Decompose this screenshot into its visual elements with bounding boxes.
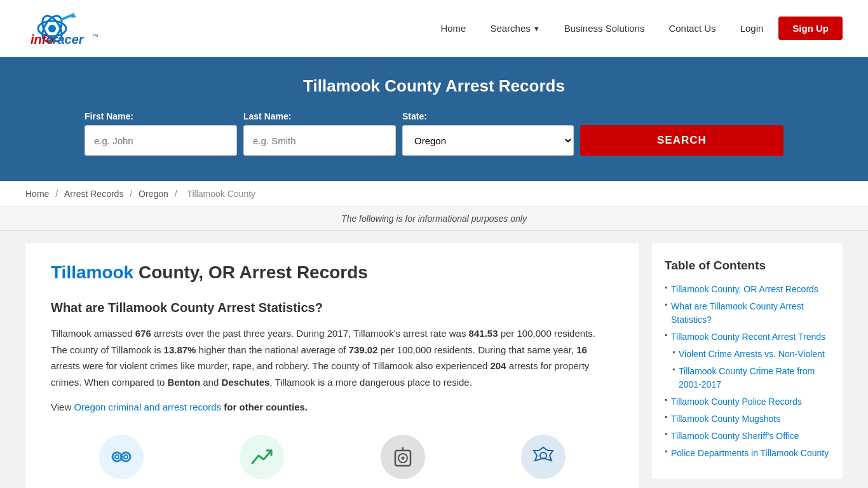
svg-point-16 — [401, 456, 404, 459]
toc-item-1[interactable]: What are Tillamook County Arrest Statist… — [671, 301, 804, 325]
rate-num: 841.53 — [469, 328, 498, 339]
oregon-records-link[interactable]: Oregon criminal and arrest records — [74, 402, 221, 412]
icon-item-scroll — [381, 435, 425, 479]
nav-home[interactable]: Home — [431, 18, 475, 39]
lastname-label: Last Name: — [243, 111, 396, 121]
toc-item-5[interactable]: Tillamook County Police Records — [671, 396, 802, 407]
main-content: Tillamook County, OR Arrest Records What… — [0, 231, 868, 488]
national-num: 739.02 — [349, 344, 378, 355]
body-mid1: arrests over the past three years. Durin… — [151, 328, 469, 339]
svg-point-3 — [48, 25, 56, 32]
body-pre: Tillamook amassed — [51, 328, 135, 339]
main-nav: Home Searches ▼ Business Solutions Conta… — [431, 17, 843, 40]
breadcrumb-arrest-records[interactable]: Arrest Records — [64, 189, 123, 199]
handcuffs-icon — [99, 435, 144, 479]
link-pre: View — [51, 402, 74, 412]
search-button[interactable]: SEARCH — [580, 125, 783, 156]
toc-list-item-6: Tillamook County Mugshots — [665, 412, 830, 426]
pct-num: 13.87% — [164, 344, 196, 355]
body-mid4: per 100,000 residents. During that same … — [378, 344, 577, 355]
firstname-group: First Name: — [85, 111, 237, 156]
icon-item-handcuffs — [99, 435, 144, 479]
toc-list-item-4: Tillamook County Crime Rate from 2001-20… — [665, 365, 830, 391]
svg-point-9 — [112, 452, 121, 461]
body-end: , Tillamook is a more dangerous place to… — [269, 377, 472, 388]
icon-item-trend — [240, 435, 284, 479]
nav-searches[interactable]: Searches ▼ — [481, 18, 548, 39]
breadcrumb-oregon[interactable]: Oregon — [139, 189, 168, 199]
hero-title: Tillamook County Arrest Records — [25, 76, 843, 96]
svg-point-11 — [115, 455, 119, 459]
breadcrumb-sep-2: / — [130, 189, 135, 199]
state-label: State: — [402, 111, 574, 121]
toc-item-6[interactable]: Tillamook County Mugshots — [671, 414, 780, 424]
article-title-highlight: Tillamook — [51, 262, 133, 282]
icon-item-badge — [521, 435, 566, 479]
lastname-input[interactable] — [243, 125, 396, 156]
toc-item-4[interactable]: Tillamook County Crime Rate from 2001-20… — [679, 366, 815, 390]
state-select[interactable]: Oregon Alabama Alaska California Colorad… — [402, 125, 574, 156]
nav-business-solutions[interactable]: Business Solutions — [555, 18, 654, 39]
scroll-icon — [381, 435, 425, 479]
toc-item-0[interactable]: Tillamook County, OR Arrest Records — [671, 284, 818, 294]
breadcrumb-county: Tillamook County — [187, 189, 255, 199]
breadcrumb: Home / Arrest Records / Oregon / Tillamo… — [0, 181, 868, 207]
toc-item-7[interactable]: Tillamook County Sheriff's Office — [671, 431, 799, 441]
nav-contact-us[interactable]: Contact Us — [660, 18, 724, 39]
breadcrumb-sep-3: / — [175, 189, 180, 199]
svg-text:™: ™ — [92, 32, 98, 40]
sidebar-toc: Table of Contents Tillamook County, OR A… — [652, 243, 843, 479]
toc-list-item-3: Violent Crime Arrests vs. Non-Violent — [665, 348, 830, 361]
breadcrumb-home[interactable]: Home — [25, 189, 49, 199]
icons-row — [51, 428, 614, 479]
article-section: Tillamook County, OR Arrest Records What… — [25, 243, 639, 488]
toc-list-item-7: Tillamook County Sheriff's Office — [665, 430, 830, 443]
link-post: for other counties. — [221, 402, 308, 412]
state-group: State: Oregon Alabama Alaska California … — [402, 111, 574, 156]
firstname-label: First Name: — [85, 111, 237, 121]
toc-title: Table of Contents — [665, 259, 830, 273]
disclaimer-text: The following is for informational purpo… — [341, 214, 527, 224]
toc-item-8[interactable]: Police Departments in Tillamook County — [671, 448, 829, 458]
searches-chevron-icon: ▼ — [533, 25, 540, 32]
body-mid5: arrests were for violent crimes like mur… — [51, 360, 490, 371]
stats-heading: What are Tillamook County Arrest Statist… — [51, 301, 614, 315]
trend-icon — [240, 435, 284, 479]
article-body: What are Tillamook County Arrest Statist… — [51, 301, 614, 416]
county2: Deschutes — [221, 377, 269, 388]
toc-list: Tillamook County, OR Arrest RecordsWhat … — [665, 283, 830, 460]
logo-svg: info tracer ™ — [25, 10, 133, 48]
county1: Benton — [167, 377, 200, 388]
property-num: 204 — [490, 360, 506, 371]
body-mid3: higher than the national average of — [196, 344, 348, 355]
toc-list-item-1: What are Tillamook County Arrest Statist… — [665, 300, 830, 327]
nav-login[interactable]: Login — [731, 18, 773, 39]
svg-line-4 — [61, 15, 73, 20]
toc-list-item-2: Tillamook County Recent Arrest Trends — [665, 330, 830, 344]
toc-list-item-8: Police Departments in Tillamook County — [665, 447, 830, 460]
stats-paragraph: Tillamook amassed 676 arrests over the p… — [51, 325, 614, 390]
disclaimer-bar: The following is for informational purpo… — [0, 207, 868, 231]
article-title: Tillamook County, OR Arrest Records — [51, 262, 614, 283]
violent-num: 16 — [576, 344, 587, 355]
nav-signup[interactable]: Sign Up — [778, 17, 843, 40]
toc-list-item-5: Tillamook County Police Records — [665, 395, 830, 409]
article-title-rest: County, OR Arrest Records — [133, 262, 368, 282]
breadcrumb-sep-1: / — [55, 189, 60, 199]
logo[interactable]: info tracer ™ — [25, 10, 133, 48]
hero-section: Tillamook County Arrest Records First Na… — [0, 57, 868, 181]
link-paragraph: View Oregon criminal and arrest records … — [51, 399, 614, 416]
lastname-group: Last Name: — [243, 111, 396, 156]
header: info tracer ™ Home Searches ▼ Business S… — [0, 0, 868, 57]
svg-point-12 — [124, 455, 128, 459]
firstname-input[interactable] — [85, 125, 237, 156]
arrests-num: 676 — [135, 328, 151, 339]
search-form: First Name: Last Name: State: Oregon Ala… — [85, 111, 783, 156]
badge-icon — [521, 435, 566, 479]
body-mid7: and — [200, 377, 221, 388]
toc-list-item-0: Tillamook County, OR Arrest Records — [665, 283, 830, 296]
toc-item-3[interactable]: Violent Crime Arrests vs. Non-Violent — [679, 349, 825, 359]
toc-item-2[interactable]: Tillamook County Recent Arrest Trends — [671, 332, 825, 342]
svg-text:tracer: tracer — [48, 32, 85, 46]
